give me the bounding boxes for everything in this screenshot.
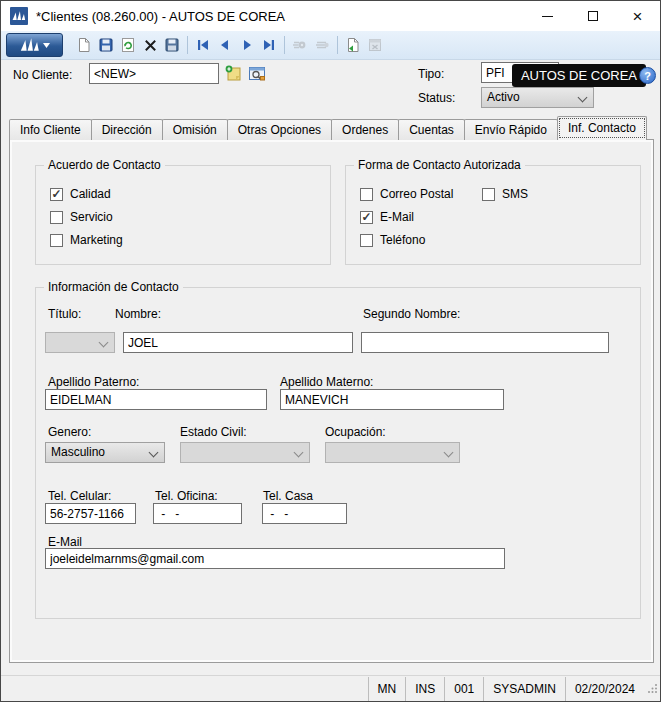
genero-select[interactable]: Masculino	[45, 442, 165, 463]
apellido-materno-input[interactable]	[280, 389, 504, 410]
help-button[interactable]: ?	[639, 67, 656, 84]
checkbox-row-servicio[interactable]: Servicio	[50, 210, 330, 224]
chevron-down-icon	[43, 43, 50, 48]
toolbar-separator	[284, 36, 285, 54]
tel-celular-input[interactable]	[45, 503, 136, 524]
tab-inf-contacto[interactable]: Inf. Contacto	[557, 116, 647, 140]
estado-civil-label: Estado Civil:	[180, 425, 247, 439]
refresh-icon	[120, 37, 136, 53]
status-label: Status:	[418, 91, 455, 105]
tab-direccion[interactable]: Dirección	[91, 119, 163, 140]
last-record-button[interactable]	[258, 34, 280, 56]
tab-otras-opciones[interactable]: Otras Opciones	[227, 119, 332, 140]
servicio-label: Servicio	[70, 210, 113, 224]
groupbox-forma-de-contacto: Forma de Contacto Autorizada Correo Post…	[345, 165, 641, 265]
tab-cuentas[interactable]: Cuentas	[398, 119, 465, 140]
dynamics-logo-icon	[10, 7, 28, 25]
toolbar-separator	[337, 36, 338, 54]
save-template-icon	[164, 37, 180, 53]
resize-grip[interactable]	[647, 680, 658, 698]
checkbox-row-telefono[interactable]: Teléfono	[360, 233, 453, 247]
export-button	[364, 34, 386, 56]
minimize-button[interactable]	[525, 1, 570, 31]
ocupacion-label: Ocupación:	[325, 425, 386, 439]
process-icon	[292, 37, 308, 53]
refresh-button[interactable]	[117, 34, 139, 56]
delete-button[interactable]	[139, 34, 161, 56]
groupbox-title: Información de Contacto	[44, 280, 183, 294]
segundo-nombre-input[interactable]	[361, 332, 609, 353]
dynamics-logo-icon	[20, 38, 40, 52]
groupbox-acuerdo-de-contacto: Acuerdo de Contacto Calidad Servicio Mar…	[35, 165, 331, 265]
no-cliente-input[interactable]	[89, 63, 219, 84]
ocupacion-select[interactable]	[325, 442, 460, 463]
correo-postal-checkbox[interactable]	[360, 188, 373, 201]
tab-ordenes[interactable]: Ordenes	[331, 119, 399, 140]
genero-label: Genero:	[48, 425, 91, 439]
checkbox-row-correo-postal[interactable]: Correo Postal	[360, 187, 453, 201]
new-record-button[interactable]	[73, 34, 95, 56]
tab-info-cliente[interactable]: Info Cliente	[9, 119, 92, 140]
tel-casa-label: Tel. Casa	[263, 489, 313, 503]
lookup-button[interactable]	[247, 64, 266, 83]
checkbox-row-calidad[interactable]: Calidad	[50, 187, 330, 201]
groupbox-title: Acuerdo de Contacto	[44, 158, 165, 172]
print-preview-button[interactable]	[342, 34, 364, 56]
minimize-icon	[542, 16, 553, 17]
apellido-materno-label: Apellido Materno:	[280, 375, 373, 389]
forma-column-1: Correo Postal E-Mail Teléfono	[346, 187, 453, 256]
telefono-checkbox[interactable]	[360, 234, 373, 247]
apellido-paterno-label: Apellido Paterno:	[48, 375, 139, 389]
tel-casa-input[interactable]	[262, 503, 347, 524]
status-value: Activo	[487, 90, 520, 104]
next-record-button[interactable]	[236, 34, 258, 56]
sms-label: SMS	[502, 187, 528, 201]
app-window: *Clientes (08.260.00) - AUTOS DE COREA ×	[0, 0, 661, 702]
titlebar: *Clientes (08.260.00) - AUTOS DE COREA ×	[1, 1, 660, 31]
tel-oficina-input[interactable]	[153, 503, 242, 524]
nombre-input[interactable]	[123, 332, 353, 353]
titulo-select[interactable]	[45, 332, 115, 353]
calidad-checkbox[interactable]	[50, 188, 63, 201]
nombre-label: Nombre:	[115, 307, 161, 321]
process-alt-button	[311, 34, 333, 56]
save-button[interactable]	[95, 34, 117, 56]
checkbox-row-sms[interactable]: SMS	[482, 187, 528, 201]
servicio-checkbox[interactable]	[50, 211, 63, 224]
tab-page-inf-contacto: Acuerdo de Contacto Calidad Servicio Mar…	[9, 139, 654, 663]
statusbar-user: SYSADMIN	[483, 677, 565, 701]
checkbox-row-marketing[interactable]: Marketing	[50, 233, 330, 247]
previous-record-button[interactable]	[214, 34, 236, 56]
email-input[interactable]	[45, 548, 505, 569]
correo-postal-label: Correo Postal	[380, 187, 453, 201]
close-icon: ×	[633, 8, 643, 25]
checkbox-row-email[interactable]: E-Mail	[360, 210, 453, 224]
status-select[interactable]: Activo	[481, 87, 594, 108]
close-button[interactable]: ×	[615, 1, 660, 31]
groupbox-title: Forma de Contacto Autorizada	[354, 158, 525, 172]
marketing-checkbox[interactable]	[50, 234, 63, 247]
email-checkbox[interactable]	[360, 211, 373, 224]
previous-record-icon	[217, 37, 233, 53]
groupbox-informacion-de-contacto: Información de Contacto Título: Nombre: …	[35, 287, 641, 619]
statusbar-language: MN	[368, 677, 406, 701]
quick-add-note-button[interactable]	[224, 64, 243, 83]
tab-omision[interactable]: Omisión	[162, 119, 228, 140]
estado-civil-select[interactable]	[180, 442, 310, 463]
window-title: *Clientes (08.260.00) - AUTOS DE COREA	[36, 9, 285, 24]
first-record-button[interactable]	[192, 34, 214, 56]
marketing-label: Marketing	[70, 233, 123, 247]
apellido-paterno-input[interactable]	[45, 389, 267, 410]
tab-envio-rapido[interactable]: Envío Rápido	[464, 119, 558, 140]
sms-checkbox[interactable]	[482, 188, 495, 201]
tel-oficina-label: Tel. Oficina:	[155, 489, 218, 503]
first-record-icon	[195, 37, 211, 53]
new-document-icon	[76, 37, 92, 53]
process-alt-icon	[314, 37, 330, 53]
maximize-button[interactable]	[570, 1, 615, 31]
dynamics-menu-button[interactable]	[6, 33, 63, 57]
save-close-button[interactable]	[161, 34, 183, 56]
segundo-nombre-label: Segundo Nombre:	[363, 307, 460, 321]
window-controls: ×	[525, 1, 660, 31]
no-cliente-label: No Cliente:	[13, 68, 72, 82]
